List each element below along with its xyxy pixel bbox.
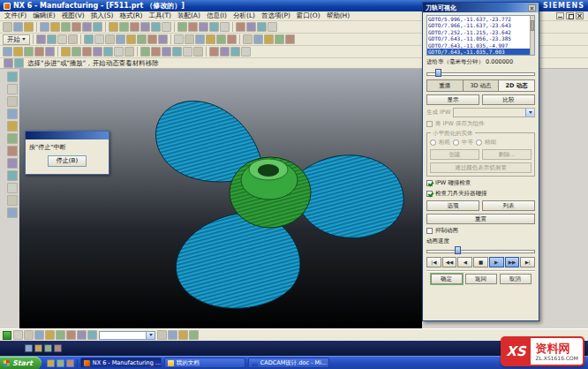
goto-line[interactable]: GOTO/7.252,-11.215,-23.642 (427, 29, 530, 35)
toolbar-icon[interactable] (268, 22, 277, 32)
toolbar-icon[interactable] (47, 359, 55, 367)
minimize-icon[interactable] (556, 12, 564, 19)
toolbar-icon[interactable] (7, 170, 18, 181)
toolbar-icon[interactable] (227, 34, 237, 44)
taskbar-item-word-doc[interactable]: CADCAM设计.doc - Mi... (248, 358, 329, 368)
play-button[interactable]: ▶ (489, 257, 504, 267)
toolbar-icon[interactable] (24, 47, 34, 56)
toolbar-icon[interactable] (94, 34, 104, 44)
toolbar-icon[interactable] (177, 22, 187, 32)
menu-information[interactable]: 信息(I) (207, 11, 227, 20)
toolbar-icon[interactable] (77, 330, 87, 340)
toolbar-icon[interactable] (24, 22, 34, 32)
menu-insert[interactable]: 插入(S) (91, 11, 114, 20)
list-scrollbar[interactable] (530, 16, 534, 55)
tab-replay[interactable]: 重播 (426, 79, 463, 92)
toolbar-icon[interactable] (140, 47, 150, 56)
menu-file[interactable]: 文件(F) (4, 11, 26, 20)
start-button[interactable]: Start (0, 357, 41, 369)
toolbar-icon[interactable] (189, 330, 199, 340)
toolbar-icon[interactable] (13, 22, 23, 32)
toolbar-icon[interactable] (195, 34, 205, 44)
slider-handle[interactable] (455, 246, 461, 254)
toolbar-icon[interactable] (7, 121, 18, 132)
toolbar-icon[interactable] (109, 22, 118, 32)
dropdown-arrow-icon[interactable] (146, 332, 155, 339)
toolbar-icon[interactable] (168, 330, 177, 340)
toolbar-icon[interactable] (50, 22, 60, 32)
toolbar-icon[interactable] (103, 47, 113, 56)
menu-tools[interactable]: 工具(T) (148, 11, 170, 20)
toolbar-icon[interactable] (137, 34, 147, 44)
toolbar-icon[interactable] (209, 47, 219, 56)
toolbar-icon[interactable] (162, 22, 171, 32)
toolbar-icon[interactable] (34, 344, 42, 352)
delete-button[interactable]: 删除... (482, 149, 531, 160)
step-back-button[interactable]: ◀ (457, 257, 472, 267)
menu-assemblies[interactable]: 装配(A) (177, 11, 200, 20)
toolbar-icon[interactable] (124, 47, 134, 56)
toolbar-icon[interactable] (82, 22, 92, 32)
animation-speed-slider[interactable] (426, 246, 535, 254)
toolbar-icon[interactable] (178, 330, 188, 340)
close-icon[interactable] (576, 12, 584, 19)
slider-handle[interactable] (435, 69, 441, 77)
compare-button[interactable]: 比较 (482, 94, 535, 105)
tab-3d-dynamic[interactable]: 3D 动态 (463, 79, 499, 92)
toolbar-icon[interactable] (158, 34, 168, 44)
dropdown-arrow-icon[interactable] (525, 109, 534, 117)
toolbar-icon[interactable] (24, 330, 34, 340)
toolbar-icon[interactable] (25, 344, 33, 352)
toolbar-icon[interactable] (253, 34, 263, 44)
reset-button[interactable]: 重置 (426, 214, 535, 224)
toolbar-icon[interactable] (174, 34, 184, 44)
toolbar-icon[interactable] (44, 344, 52, 352)
toolbar-icon[interactable] (54, 344, 62, 352)
options-button[interactable]: 选项 (426, 200, 479, 211)
graphics-viewport[interactable] (19, 69, 422, 328)
show-button[interactable]: 显示 (426, 94, 479, 105)
toolbar-icon[interactable] (7, 207, 18, 218)
toolbar-icon[interactable] (7, 158, 18, 169)
menu-window[interactable]: 窗口(O) (297, 11, 320, 20)
cancel-button[interactable]: 取消 (500, 274, 531, 284)
restore-icon[interactable] (566, 12, 574, 19)
toolbar-icon[interactable] (241, 47, 251, 56)
toolbar-icon[interactable] (119, 22, 129, 32)
toolbar-icon[interactable] (157, 330, 167, 340)
create-button[interactable]: 创建 (430, 149, 479, 160)
selection-filter-select[interactable] (99, 331, 155, 340)
goto-line[interactable]: GOTO/7.643,-11.056,-23.385 (427, 35, 530, 41)
ipw-collision-checkbox[interactable] (426, 180, 433, 186)
toolbar-icon[interactable] (7, 72, 18, 82)
toolbar-icon[interactable] (61, 22, 71, 32)
toolbar-icon[interactable] (275, 34, 284, 44)
stop-button[interactable]: 停止(B) (48, 155, 87, 167)
toolbar-icon[interactable] (183, 47, 192, 56)
toolbar-icon[interactable] (56, 330, 65, 340)
toolbar-icon[interactable] (66, 330, 76, 340)
chip-color-button[interactable]: 通过颜色表示切屑量 (430, 162, 531, 173)
toolbar-icon[interactable] (243, 34, 253, 44)
toolbar-icon[interactable] (172, 47, 182, 56)
facet-fine-radio[interactable] (476, 139, 482, 146)
toolbar-icon[interactable] (105, 34, 115, 44)
toolbar-icon[interactable] (151, 47, 161, 56)
toolbar-icon[interactable] (66, 359, 74, 367)
toolbar-icon[interactable] (220, 22, 230, 32)
goto-list[interactable]: GOTO/5.996,-11.637,-23.772 GOTO/7.966,-1… (426, 15, 535, 56)
toolbar-icon[interactable] (257, 22, 267, 32)
toolbar-icon[interactable] (140, 22, 150, 32)
toolbar-icon[interactable] (36, 34, 46, 44)
toolbar-icon[interactable] (34, 47, 44, 56)
toolbar-icon[interactable] (40, 22, 49, 32)
tab-2d-dynamic[interactable]: 2D 动态 (498, 79, 535, 92)
toolbar-icon[interactable] (246, 22, 256, 32)
toolbar-icon[interactable] (216, 34, 226, 44)
goto-line-selected[interactable]: GOTO/7.643,-11.035,7.003 (427, 49, 530, 55)
go-to-start-button[interactable]: |◀ (426, 257, 441, 267)
toolbar-icon[interactable] (87, 330, 97, 340)
stop-playback-button[interactable]: ■ (473, 257, 488, 267)
toolbar-icon[interactable] (193, 47, 203, 56)
toolbar-icon[interactable] (57, 34, 67, 44)
